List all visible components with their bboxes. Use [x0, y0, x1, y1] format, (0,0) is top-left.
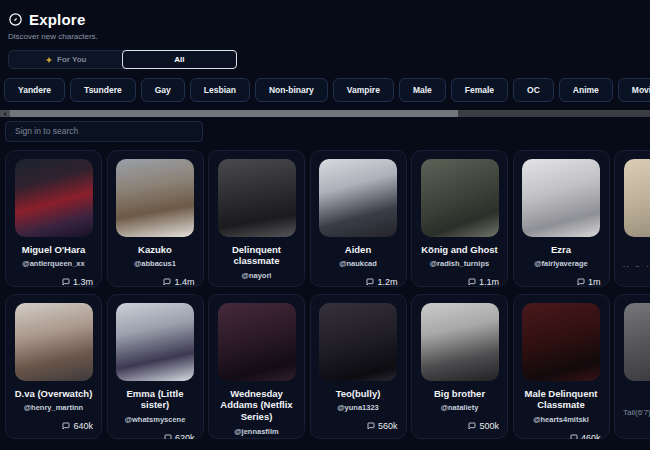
character-avatar	[319, 303, 397, 381]
character-avatar	[522, 159, 600, 237]
character-card[interactable]: Miguel O'Hara @antlerqueen_xx Miguel O'H…	[5, 150, 102, 287]
chat-bubble-icon	[468, 278, 476, 286]
character-card[interactable]: Big brother @nataliety Big brother 500k	[411, 294, 508, 439]
chat-bubble-icon	[164, 434, 172, 438]
character-card[interactable]: Teo(bully) @yuna1323 selfish,rude,flirty…	[310, 294, 407, 439]
chat-count: 1.2m	[319, 273, 398, 286]
creator-handle: @abbacus1	[116, 259, 195, 268]
page-subtitle: Discover new characters.	[8, 32, 642, 41]
character-avatar	[319, 159, 397, 237]
horizontal-scrollbar[interactable]	[0, 110, 650, 117]
character-avatar	[218, 303, 296, 381]
feed-tabbar: For You All	[8, 50, 237, 69]
category-chip[interactable]: OC	[513, 78, 554, 102]
chat-count: 460k	[522, 429, 601, 438]
chat-bubble-icon	[62, 278, 70, 286]
chat-count: 1.1m	[420, 273, 499, 286]
character-card[interactable]: Emma (Little sister) @whatsmyscene Take …	[107, 294, 204, 439]
character-card[interactable]: Kazuko @abbacus1 Trapped in an elevator …	[107, 150, 204, 287]
character-card[interactable]: Aiden @naukcad Aiden is popular kid in y…	[310, 150, 407, 287]
search-input[interactable]	[5, 121, 203, 142]
creator-handle: @whatsmyscene	[116, 415, 195, 424]
page-header: Explore Discover new characters.	[0, 0, 650, 41]
category-chip[interactable]: Tsundere	[70, 78, 136, 102]
category-chip[interactable]: Gay	[141, 78, 185, 102]
character-description: He finds y hunt.	[623, 264, 650, 266]
chat-bubble-icon	[468, 422, 476, 430]
character-card-row-1: Miguel O'Hara @antlerqueen_xx Miguel O'H…	[0, 150, 650, 287]
category-chip[interactable]: Movies & TV	[618, 78, 650, 102]
chat-count-value: 460k	[581, 433, 601, 438]
tab-all[interactable]: All	[122, 50, 238, 69]
creator-handle: @jennasfilm	[217, 427, 296, 436]
character-name: Miguel O'Hara	[14, 244, 93, 256]
creator-handle: @naukcad	[319, 259, 398, 268]
category-chip[interactable]: Male	[399, 78, 446, 102]
character-name: Male Delinquent Classmate	[522, 388, 601, 412]
character-card-row-2: D.va (Overwatch) @henry_martinn Dva is a…	[0, 294, 650, 439]
character-avatar	[218, 159, 296, 237]
chat-bubble-icon	[163, 278, 171, 286]
character-avatar	[421, 303, 499, 381]
creator-handle: @henry_martinn	[14, 403, 93, 412]
page-title: Explore	[29, 11, 85, 28]
category-chip[interactable]: Lesbian	[190, 78, 250, 102]
character-name: Teo(bully)	[319, 388, 398, 400]
category-chip[interactable]: Yandere	[4, 78, 65, 102]
character-card[interactable]: Delinquent classmate @nayori You don't l…	[208, 150, 305, 287]
chat-count-value: 640k	[73, 421, 93, 431]
creator-handle: @fairlyaverage	[522, 259, 601, 268]
character-avatar	[624, 159, 650, 237]
character-name: Ezra	[522, 244, 601, 256]
character-description: Tall(6'7) de hair, tatto	[623, 408, 650, 418]
chat-bubble-icon	[577, 278, 585, 286]
chat-count: 1.4m	[116, 273, 195, 286]
creator-handle: @nataliety	[420, 403, 499, 412]
category-chip-row: YandereTsundereGayLesbianNon-binaryVampi…	[0, 69, 650, 109]
character-avatar	[522, 303, 600, 381]
chat-count-value: 1.1m	[479, 277, 499, 286]
chat-count: 1m	[522, 273, 601, 286]
chat-count-value: 1.4m	[174, 277, 194, 286]
character-name: König and Ghost	[420, 244, 499, 256]
character-name: Kazuko	[116, 244, 195, 256]
character-avatar	[15, 159, 93, 237]
search-area	[0, 117, 650, 142]
chat-count: 1.3m	[14, 273, 93, 286]
chat-count: 1.3m	[217, 285, 296, 286]
creator-handle: @radish_turnips	[420, 259, 499, 268]
scroll-left-arrow-button[interactable]	[0, 110, 10, 117]
category-chip[interactable]: Non-binary	[255, 78, 328, 102]
character-avatar	[116, 159, 194, 237]
chat-count-value: 560k	[378, 421, 398, 431]
character-card[interactable]: Male Delinquent Classmate @hearts4mitski…	[513, 294, 610, 439]
character-name: Oz (	[623, 244, 650, 256]
chat-count: 640k	[14, 417, 93, 431]
character-name: Aiden	[319, 244, 398, 256]
character-card[interactable]: Wednesday Addams (Netflix Series) @jenna…	[208, 294, 305, 439]
tab-for-you[interactable]: For You	[9, 51, 123, 68]
character-card[interactable]: Ry Tall(6'7) de hair, tatto	[614, 294, 650, 439]
creator-handle: @yuna1323	[319, 403, 398, 412]
chat-count: 620k	[116, 429, 195, 438]
category-chip[interactable]: Vampire	[333, 78, 394, 102]
character-name: Ry	[623, 388, 650, 400]
character-avatar	[15, 303, 93, 381]
scrollbar-thumb[interactable]	[10, 110, 458, 117]
explore-compass-icon	[8, 12, 23, 27]
character-card[interactable]: König and Ghost @radish_turnips Ghost an…	[411, 150, 508, 287]
character-card[interactable]: D.va (Overwatch) @henry_martinn Dva is a…	[5, 294, 102, 439]
category-chip[interactable]: Anime	[559, 78, 613, 102]
category-chip[interactable]: Female	[451, 78, 508, 102]
character-name: D.va (Overwatch)	[14, 388, 93, 400]
chat-count-value: 1m	[588, 277, 601, 286]
character-avatar	[624, 303, 650, 381]
character-name: Wednesday Addams (Netflix Series)	[217, 388, 296, 424]
chat-count: 500k	[420, 417, 499, 431]
chat-count-value: 1.3m	[73, 277, 93, 286]
character-card[interactable]: Oz ( He finds y hunt.	[614, 150, 650, 287]
creator-handle: @hearts4mitski	[522, 415, 601, 424]
character-name: Emma (Little sister)	[116, 388, 195, 412]
scrollbar-track[interactable]	[458, 110, 650, 117]
character-card[interactable]: Ezra @fairlyaverage Ezra is a hot blonde…	[513, 150, 610, 287]
